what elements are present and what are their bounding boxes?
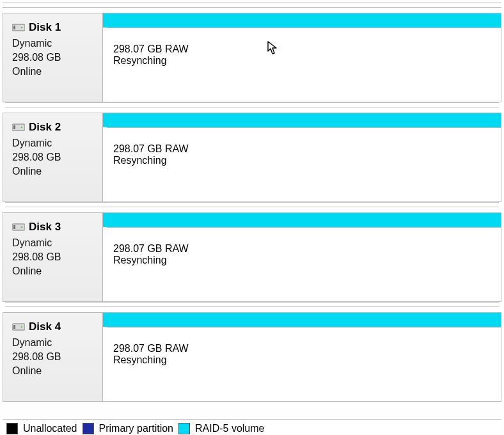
disk-row[interactable]: Disk 1 Dynamic 298.08 GB Online 298.07 G…: [3, 13, 501, 102]
disk-info-pane[interactable]: Disk 4 Dynamic 298.08 GB Online: [3, 313, 103, 401]
disk-info-pane[interactable]: Disk 3 Dynamic 298.08 GB Online: [3, 213, 103, 301]
volume-status: Resynching: [113, 55, 501, 67]
swatch-primary: [83, 423, 94, 434]
disk-icon: [12, 123, 25, 132]
disk-size: 298.08 GB: [12, 250, 96, 264]
disk-type: Dynamic: [12, 136, 96, 150]
svg-point-5: [21, 127, 23, 129]
disk-name: Disk 4: [29, 320, 61, 333]
row-separator: [5, 202, 499, 207]
row-separator: [5, 302, 499, 307]
volume-status: Resynching: [113, 155, 501, 166]
disk-status: Online: [12, 264, 96, 278]
legend-label-raid5: RAID-5 volume: [195, 423, 264, 434]
disk-info-pane[interactable]: Disk 1 Dynamic 298.08 GB Online: [3, 13, 103, 102]
volume-pane[interactable]: 298.07 GB RAW Resynching: [103, 113, 501, 202]
disk-type: Dynamic: [12, 236, 96, 250]
disk-size: 298.08 GB: [12, 350, 96, 364]
legend-label-unallocated: Unallocated: [23, 423, 77, 434]
disk-row[interactable]: Disk 2 Dynamic 298.08 GB Online 298.07 G…: [3, 113, 501, 202]
disk-row[interactable]: Disk 3 Dynamic 298.08 GB Online 298.07 G…: [3, 212, 501, 302]
volume-header-bar: [103, 113, 501, 127]
disk-name: Disk 2: [29, 121, 61, 134]
svg-point-8: [21, 226, 23, 228]
pane-separator-top: [3, 3, 501, 8]
disk-status: Online: [12, 164, 96, 178]
disk-list: Disk 1 Dynamic 298.08 GB Online 298.07 G…: [3, 13, 501, 402]
svg-point-2: [21, 27, 23, 29]
volume-status: Resynching: [113, 255, 501, 266]
disk-icon: [12, 23, 25, 32]
disk-size: 298.08 GB: [12, 150, 96, 164]
disk-size: 298.08 GB: [12, 51, 96, 65]
disk-info-pane[interactable]: Disk 2 Dynamic 298.08 GB Online: [3, 113, 103, 202]
volume-size: 298.07 GB RAW: [113, 243, 501, 255]
disk-icon: [12, 223, 25, 232]
volume-body[interactable]: 298.07 GB RAW Resynching: [107, 28, 501, 102]
volume-body[interactable]: 298.07 GB RAW Resynching: [107, 327, 501, 401]
svg-rect-7: [13, 225, 15, 229]
disk-management-panel: Disk 1 Dynamic 298.08 GB Online 298.07 G…: [0, 3, 504, 435]
disk-name: Disk 1: [29, 21, 61, 34]
volume-size: 298.07 GB RAW: [113, 143, 501, 155]
volume-header-bar: [103, 313, 501, 327]
disk-icon: [12, 322, 25, 331]
disk-row[interactable]: Disk 4 Dynamic 298.08 GB Online 298.07 G…: [3, 312, 501, 402]
swatch-unallocated: [6, 423, 18, 434]
volume-pane[interactable]: 298.07 GB RAW Resynching: [103, 313, 501, 401]
volume-size: 298.07 GB RAW: [113, 343, 501, 354]
volume-pane[interactable]: 298.07 GB RAW Resynching: [103, 13, 501, 102]
disk-name: Disk 3: [29, 221, 61, 233]
disk-type: Dynamic: [12, 336, 96, 350]
svg-point-11: [21, 326, 23, 328]
disk-type: Dynamic: [12, 36, 96, 51]
legend-label-primary: Primary partition: [99, 423, 173, 434]
disk-status: Online: [12, 65, 96, 79]
svg-rect-1: [13, 26, 15, 29]
volume-status: Resynching: [113, 354, 501, 366]
row-separator: [5, 102, 499, 107]
volume-pane[interactable]: 298.07 GB RAW Resynching: [103, 213, 501, 301]
legend-bar: Unallocated Primary partition RAID-5 vol…: [3, 419, 501, 435]
svg-rect-4: [13, 125, 15, 129]
volume-header-bar: [103, 213, 501, 227]
volume-size: 298.07 GB RAW: [113, 44, 501, 55]
volume-header-bar: [103, 13, 501, 28]
swatch-raid5: [178, 423, 190, 434]
volume-body[interactable]: 298.07 GB RAW Resynching: [107, 227, 501, 301]
volume-body[interactable]: 298.07 GB RAW Resynching: [107, 127, 501, 202]
svg-rect-10: [13, 325, 15, 329]
disk-status: Online: [12, 364, 96, 378]
